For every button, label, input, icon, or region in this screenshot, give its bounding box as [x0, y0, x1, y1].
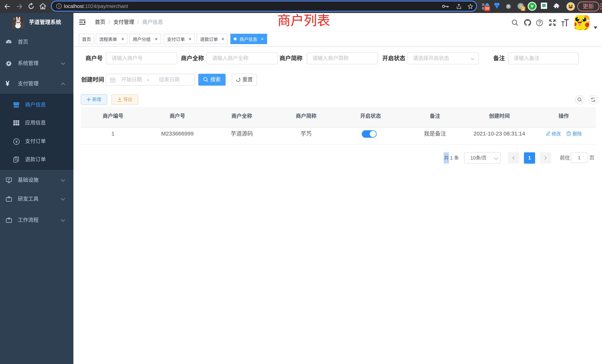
svg-text:⌘: ⌘	[507, 5, 510, 8]
svg-text:¥: ¥	[16, 140, 18, 144]
